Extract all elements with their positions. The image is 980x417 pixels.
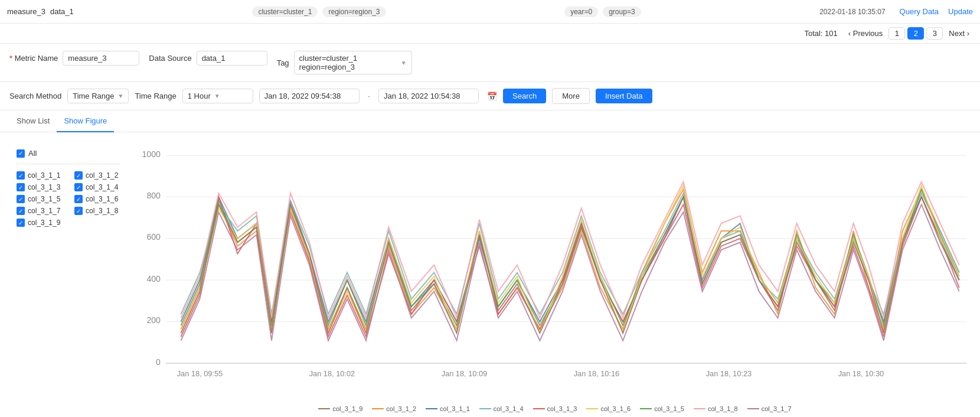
search-method-select[interactable]: Time Range ▼ [67,89,129,103]
time-range-select[interactable]: 1 Hour ▼ [182,89,253,103]
pagination-total: Total: 101 [804,29,837,38]
bottom-label-col317: col_3_1_7 [762,405,792,412]
legend-line-col313 [533,408,545,409]
tag-value-2: region=region_3 [299,63,358,71]
series-col311 [181,197,959,321]
svg-text:Jan 18, 10:09: Jan 18, 10:09 [442,369,487,378]
figure-section: All col_3_1_1 col_3_1_2 col_3_1_3 col_3_… [0,132,980,417]
label-col319: col_3_1_9 [28,219,60,227]
bottom-legend-col314: col_3_1_4 [479,405,524,412]
search-method-value: Time Range [73,92,114,100]
legend-line-col316 [586,408,598,409]
calendar-icon[interactable]: 📅 [487,92,497,101]
checkbox-col313[interactable] [17,183,25,191]
label-col313: col_3_1_3 [28,183,60,191]
checkbox-col318[interactable] [74,207,83,215]
filter-group: group=3 [603,6,641,17]
bottom-legend-col316: col_3_1_6 [586,405,631,412]
bottom-legend-col311: col_3_1_1 [426,405,470,412]
prev-page-btn[interactable]: ‹ Previous [845,28,887,39]
legend-item-col314: col_3_1_4 [74,183,120,191]
tag-input-values: cluster=cluster_1 region=region_3 [299,54,358,71]
checkbox-col315[interactable] [17,195,25,203]
legend-line-col311 [426,408,437,409]
label-col312: col_3_1_2 [86,171,118,180]
svg-text:Jan 18, 10:02: Jan 18, 10:02 [309,369,355,378]
tag-cluster: cluster=cluster_1 [252,6,318,17]
datasource-name: data_1 [50,7,74,16]
legend-item-col317: col_3_1_7 [17,207,63,215]
tag-dropdown-arrow: ▼ [401,60,407,66]
checkbox-col316[interactable] [74,195,83,203]
page-1-btn[interactable]: 1 [888,27,905,40]
checkbox-col317[interactable] [17,207,25,215]
page-2-btn[interactable]: 2 [907,27,924,40]
bottom-legend-col317: col_3_1_7 [747,405,792,412]
page-3-btn[interactable]: 3 [926,27,943,40]
end-time-input[interactable] [378,89,479,103]
bottom-label-col314: col_3_1_4 [494,405,524,412]
top-bar: measure_3 data_1 cluster=cluster_1 regio… [0,0,980,24]
svg-text:400: 400 [146,274,161,284]
legend-line-col318 [694,408,705,409]
datasource-group: Data Source [149,51,267,66]
all-label: All [28,149,37,158]
legend-item-col318: col_3_1_8 [74,207,120,215]
legend-item-col312: col_3_1_2 [74,171,120,180]
tab-show-list[interactable]: Show List [9,110,57,132]
tab-section: Show List Show Figure [0,110,980,132]
time-range-arrow: ▼ [214,93,220,99]
bottom-legend-col312: col_3_1_2 [372,405,416,412]
bottom-legend-col318: col_3_1_8 [694,405,738,412]
bottom-label-col316: col_3_1_6 [600,405,631,412]
all-checkbox[interactable] [17,149,25,158]
label-col317: col_3_1_7 [28,207,60,215]
form-section: Metric Name Data Source Tag cluster=clus… [0,44,980,82]
label-col318: col_3_1_8 [86,207,118,215]
search-method-label: Search Method [9,92,61,100]
datasource-input[interactable] [197,51,267,66]
bottom-legend-col319: col_3_1_9 [318,405,362,412]
time-separator: - [368,92,370,100]
bottom-label-col311: col_3_1_1 [440,405,470,412]
bottom-legend-col313: col_3_1_3 [533,405,577,412]
tab-show-figure[interactable]: Show Figure [57,110,114,132]
next-page-btn[interactable]: Next › [945,28,973,39]
chart-axes: 1000 800 600 400 200 0 Jan 18, 09:55 Jan… [142,149,967,378]
svg-text:1000: 1000 [142,149,161,159]
label-col311: col_3_1_1 [28,171,60,180]
metric-name-group: Metric Name [9,51,139,66]
legend-line-col317 [747,408,759,409]
insert-data-button[interactable]: Insert Data [596,89,652,103]
bottom-label-col318: col_3_1_8 [708,405,738,412]
query-data-link[interactable]: Query Data [900,7,939,16]
metric-name-input[interactable] [63,51,139,66]
more-button[interactable]: More [552,88,590,104]
checkbox-col314[interactable] [74,183,83,191]
bottom-label-col313: col_3_1_3 [547,405,577,412]
series-col316 [181,185,959,333]
tag-input-container[interactable]: cluster=cluster_1 region=region_3 ▼ [294,51,412,74]
legend-all-row: All [17,149,120,164]
update-link[interactable]: Update [948,7,973,16]
svg-text:600: 600 [146,232,161,242]
label-col316: col_3_1_6 [86,195,118,203]
search-button[interactable]: Search [503,89,546,103]
svg-text:0: 0 [156,357,161,367]
tag-group: Tag cluster=cluster_1 region=region_3 ▼ [277,51,412,74]
svg-text:800: 800 [146,191,161,200]
checkbox-col312[interactable] [74,171,83,180]
legend-grid: col_3_1_1 col_3_1_2 col_3_1_3 col_3_1_4 … [17,171,120,227]
checkbox-col311[interactable] [17,171,25,180]
metric-name: measure_3 [7,7,45,16]
bottom-label-col315: col_3_1_5 [654,405,684,412]
legend-line-col315 [640,408,652,409]
label-col314: col_3_1_4 [86,183,118,191]
datasource-label: Data Source [149,54,191,63]
checkbox-col319[interactable] [17,219,25,227]
legend-line-col314 [479,408,491,409]
chart-container: 1000 800 600 400 200 0 Jan 18, 09:55 Jan… [139,142,971,417]
pagination-bar: Total: 101 ‹ Previous 1 2 3 Next › [0,24,980,44]
legend-item-col311: col_3_1_1 [17,171,63,180]
start-time-input[interactable] [259,89,360,103]
